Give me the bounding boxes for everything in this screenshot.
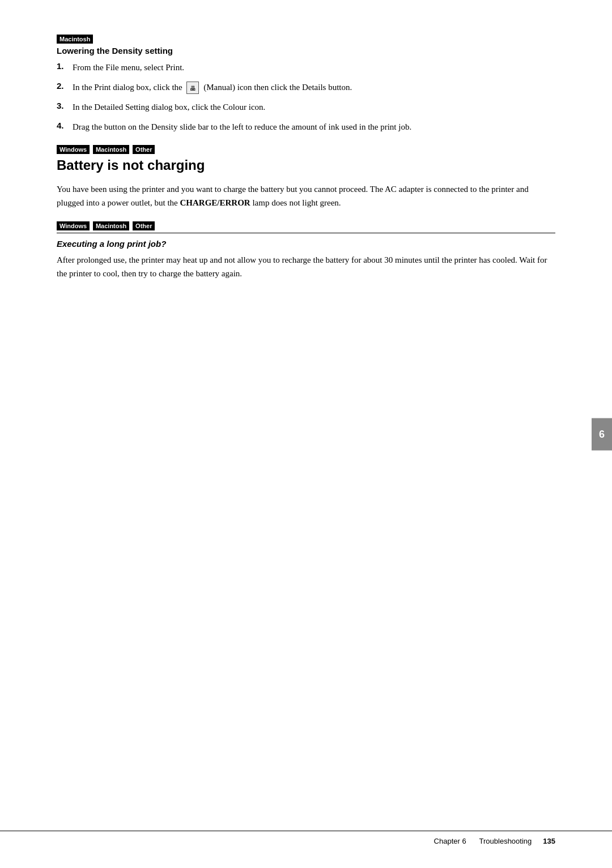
step-4-number: 4. bbox=[57, 121, 73, 130]
step-4: 4. Drag the button on the Density slide … bbox=[57, 121, 555, 134]
executing-tags-row: Windows Macintosh Other bbox=[57, 221, 555, 230]
battery-tags-row: Windows Macintosh Other bbox=[57, 144, 555, 154]
battery-body: You have been using the printer and you … bbox=[57, 182, 555, 209]
footer-chapter: Chapter 6 bbox=[434, 837, 466, 845]
steps-list: 1. From the File menu, select Print. 2. … bbox=[57, 61, 555, 133]
footer: Chapter 6 Troubleshooting 135 bbox=[0, 831, 612, 845]
executing-title: Executing a long print job? bbox=[57, 239, 555, 249]
step-4-content: Drag the button on the Density slide bar… bbox=[73, 121, 555, 134]
executing-section: Windows Macintosh Other Executing a long… bbox=[57, 221, 555, 280]
step-2-text-after: (Manual) icon then click the Details but… bbox=[203, 83, 352, 92]
density-subheading: Lowering the Density setting bbox=[57, 46, 555, 55]
footer-page-number: 135 bbox=[543, 837, 555, 845]
step-3-content: In the Detailed Setting dialog box, clic… bbox=[73, 101, 555, 114]
footer-separator bbox=[470, 837, 476, 845]
step-2-number: 2. bbox=[57, 81, 73, 91]
macintosh-tag-area: Macintosh bbox=[57, 34, 555, 44]
executing-body: After prolonged use, the printer may hea… bbox=[57, 253, 555, 280]
other-tag-1: Other bbox=[133, 145, 155, 154]
other-tag-2: Other bbox=[133, 221, 155, 230]
battery-section: Windows Macintosh Other Battery is not c… bbox=[57, 144, 555, 209]
macintosh-tag: Macintosh bbox=[57, 35, 93, 44]
step-1-content: From the File menu, select Print. bbox=[73, 61, 555, 74]
intro-section: Macintosh Lowering the Density setting 1… bbox=[57, 34, 555, 133]
page-container: 6 Macintosh Lowering the Density setting… bbox=[0, 0, 612, 868]
manual-icon: 🖶 bbox=[186, 82, 199, 94]
step-2-text-before: In the Print dialog box, click the bbox=[73, 83, 182, 92]
step-2-content: In the Print dialog box, click the 🖶 (Ma… bbox=[73, 81, 555, 95]
step-1-number: 1. bbox=[57, 61, 73, 71]
macintosh-tag-3: Macintosh bbox=[93, 221, 129, 230]
windows-tag-1: Windows bbox=[57, 145, 90, 154]
step-3: 3. In the Detailed Setting dialog box, c… bbox=[57, 101, 555, 114]
footer-section: Troubleshooting bbox=[479, 837, 532, 845]
step-2: 2. In the Print dialog box, click the 🖶 … bbox=[57, 81, 555, 95]
step-3-number: 3. bbox=[57, 101, 73, 110]
macintosh-tag-2: Macintosh bbox=[93, 145, 129, 154]
step-1: 1. From the File menu, select Print. bbox=[57, 61, 555, 74]
windows-tag-2: Windows bbox=[57, 221, 90, 230]
charge-error-bold: CHARGE/ERROR bbox=[180, 198, 250, 207]
battery-title: Battery is not charging bbox=[57, 157, 555, 173]
section-divider bbox=[57, 233, 555, 233]
battery-body-end: lamp does not light green. bbox=[252, 198, 341, 207]
chapter-tab: 6 bbox=[592, 418, 612, 450]
chapter-number: 6 bbox=[599, 428, 605, 439]
